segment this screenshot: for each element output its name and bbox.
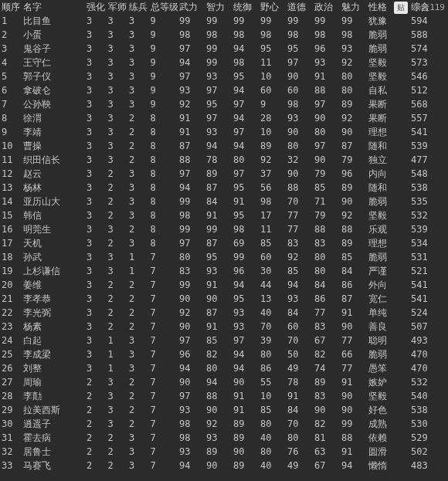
cell-wu: 93	[178, 403, 205, 417]
cell-name: 公孙鞅	[22, 97, 86, 111]
cell-zheng: 81	[313, 431, 340, 445]
cell-tong: 91	[232, 389, 259, 403]
cell-lv: 8	[149, 125, 178, 139]
cell-c: 3	[127, 69, 149, 83]
cell-idx: 1	[0, 14, 22, 28]
cell-zheng: 91	[313, 69, 340, 83]
cell-c: 3	[127, 181, 149, 195]
cell-xing: 脆弱	[367, 42, 409, 56]
cell-a: 3	[85, 320, 107, 334]
cell-zhi: 85	[205, 334, 232, 347]
cell-zhi: 82	[205, 347, 232, 361]
cell-a: 3	[85, 208, 107, 222]
cell-wu: 93	[178, 83, 205, 97]
cell-idx: 27	[0, 375, 22, 389]
cell-idx: 6	[0, 83, 22, 97]
cell-mei: 90	[340, 403, 367, 417]
cell-ye: 55	[259, 375, 286, 389]
cell-tong: 94	[232, 278, 259, 292]
cell-dao: 77	[286, 222, 313, 236]
cell-a: 3	[85, 236, 107, 250]
cell-wu: 93	[178, 445, 205, 459]
cell-dao: 84	[286, 403, 313, 417]
cell-name: 王守仁	[22, 56, 86, 69]
cell-dao: 50	[286, 347, 313, 361]
cell-lv: 7	[149, 417, 178, 431]
cell-name: 逍遥子	[22, 417, 86, 431]
user-id: 小哀119	[412, 2, 445, 13]
cell-idx: 7	[0, 97, 22, 111]
cell-tong: 94	[232, 347, 259, 361]
cell-xing: 聪明	[367, 334, 409, 347]
cell-wu: 94	[178, 459, 205, 473]
cell-c: 3	[127, 83, 149, 97]
cell-xing: 坚毅	[367, 56, 409, 69]
cell-c: 3	[127, 56, 149, 69]
cell-xing: 内向	[367, 167, 409, 181]
cell-zhi: 99	[205, 42, 232, 56]
cell-idx: 29	[0, 403, 22, 417]
cell-idx: 28	[0, 389, 22, 403]
cell-xing: 理想	[367, 125, 409, 139]
cell-wu: 91	[178, 125, 205, 139]
cell-zong: 548	[409, 167, 448, 181]
table-row: 6拿破仑333993979460608880自私512	[0, 83, 448, 97]
cell-mei: 90	[340, 389, 367, 403]
cell-c: 3	[127, 445, 149, 459]
cell-tong: 99	[232, 250, 259, 264]
cell-a: 3	[85, 334, 107, 347]
cell-zong: 538	[409, 403, 448, 417]
cell-zheng: 80	[313, 125, 340, 139]
cell-tong: 93	[232, 320, 259, 334]
cell-ye: 10	[259, 125, 286, 139]
cell-zong: 573	[409, 56, 448, 69]
cell-ye: 40	[259, 306, 286, 320]
cell-zong: 541	[409, 292, 448, 306]
cell-dao: 98	[286, 28, 313, 42]
cell-zheng: 71	[313, 195, 340, 208]
cell-zheng: 82	[313, 347, 340, 361]
cell-idx: 23	[0, 320, 22, 334]
cell-lv: 7	[149, 250, 178, 264]
cell-tong: 98	[232, 56, 259, 69]
cell-c: 2	[127, 403, 149, 417]
cell-idx: 10	[0, 139, 22, 153]
cell-c: 3	[127, 431, 149, 445]
cell-b: 3	[107, 222, 128, 236]
cell-idx: 30	[0, 417, 22, 431]
cell-b: 2	[107, 292, 128, 306]
cell-ye: 56	[259, 181, 286, 195]
cell-mei: 94	[340, 459, 367, 473]
cell-ye: 37	[259, 167, 286, 181]
cell-zong: 521	[409, 264, 448, 278]
cell-idx: 14	[0, 195, 22, 208]
cell-tong: 95	[232, 292, 259, 306]
cell-idx: 24	[0, 334, 22, 347]
cell-tong: 89	[232, 417, 259, 431]
cell-name: 杨素	[22, 320, 86, 334]
cell-name: 郭子仪	[22, 69, 86, 83]
cell-mei: 92	[340, 208, 367, 222]
cell-dao: 32	[286, 153, 313, 167]
cell-ye: 13	[259, 292, 286, 306]
cell-c: 2	[127, 139, 149, 153]
cell-dao: 60	[286, 320, 313, 334]
table-row: 30逍遥子232798928980708299成熟530	[0, 417, 448, 431]
cell-tong: 91	[232, 403, 259, 417]
cell-tong: 94	[232, 83, 259, 97]
cell-dao: 83	[286, 236, 313, 250]
cell-zhi: 90	[205, 403, 232, 417]
cell-dao: 95	[286, 42, 313, 56]
cell-mei: 91	[340, 445, 367, 459]
cell-name: 居鲁士	[22, 445, 86, 459]
cell-idx: 32	[0, 445, 22, 459]
cell-wu: 90	[178, 292, 205, 306]
cell-mei: 80	[340, 69, 367, 83]
cell-idx: 21	[0, 292, 22, 306]
cell-xing: 愚笨	[367, 361, 409, 375]
cell-xing: 自私	[367, 83, 409, 97]
cell-zheng: 67	[313, 334, 340, 347]
cell-ye: 28	[259, 111, 286, 125]
cell-xing: 圆滑	[367, 445, 409, 459]
cell-c: 2	[127, 320, 149, 334]
